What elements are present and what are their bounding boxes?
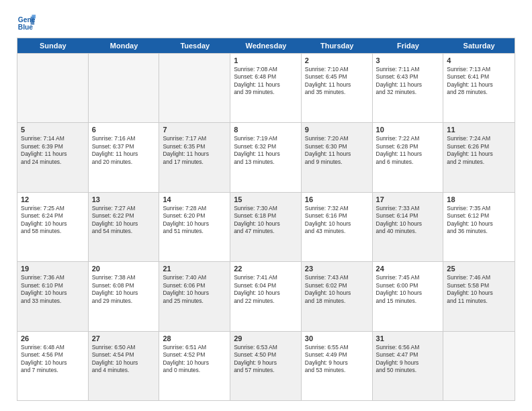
- day-number: 12: [21, 195, 85, 203]
- calendar-cell: 14Sunrise: 7:28 AM Sunset: 6:20 PM Dayli…: [159, 193, 230, 261]
- day-number: 14: [163, 195, 226, 203]
- svg-marker-3: [32, 15, 36, 19]
- calendar-cell: 5Sunrise: 7:14 AM Sunset: 6:39 PM Daylig…: [17, 123, 89, 191]
- calendar-cell: 25Sunrise: 7:46 AM Sunset: 5:58 PM Dayli…: [443, 262, 515, 330]
- calendar-cell: 17Sunrise: 7:33 AM Sunset: 6:14 PM Dayli…: [373, 193, 444, 261]
- page-header: General Blue: [17, 13, 515, 32]
- day-number: 20: [92, 265, 156, 273]
- cell-info: Sunrise: 7:08 AM Sunset: 6:48 PM Dayligh…: [234, 66, 298, 97]
- day-number: 13: [92, 195, 156, 203]
- cell-info: Sunrise: 7:36 AM Sunset: 6:10 PM Dayligh…: [21, 274, 85, 305]
- cell-info: Sunrise: 7:40 AM Sunset: 6:06 PM Dayligh…: [163, 274, 226, 305]
- day-number: 7: [163, 126, 226, 134]
- calendar-cell: 23Sunrise: 7:43 AM Sunset: 6:02 PM Dayli…: [302, 262, 373, 330]
- header-day-tuesday: Tuesday: [159, 38, 230, 53]
- calendar-cell: 29Sunrise: 6:53 AM Sunset: 4:50 PM Dayli…: [230, 332, 302, 400]
- header-day-wednesday: Wednesday: [230, 38, 302, 53]
- calendar-cell: 21Sunrise: 7:40 AM Sunset: 6:06 PM Dayli…: [159, 262, 230, 330]
- calendar-cell: [443, 332, 515, 400]
- day-number: 27: [92, 334, 156, 342]
- calendar-cell: [159, 54, 230, 122]
- svg-text:Blue: Blue: [18, 24, 34, 31]
- calendar-cell: 16Sunrise: 7:32 AM Sunset: 6:16 PM Dayli…: [302, 193, 373, 261]
- day-number: 15: [234, 195, 298, 203]
- cell-info: Sunrise: 7:33 AM Sunset: 6:14 PM Dayligh…: [376, 205, 440, 236]
- calendar-cell: 8Sunrise: 7:19 AM Sunset: 6:32 PM Daylig…: [230, 123, 302, 191]
- calendar-cell: 6Sunrise: 7:16 AM Sunset: 6:37 PM Daylig…: [89, 123, 160, 191]
- day-number: 30: [305, 334, 369, 342]
- cell-info: Sunrise: 7:20 AM Sunset: 6:30 PM Dayligh…: [305, 135, 369, 166]
- calendar-cell: 13Sunrise: 7:27 AM Sunset: 6:22 PM Dayli…: [89, 193, 160, 261]
- day-number: 2: [305, 56, 369, 64]
- day-number: 21: [163, 265, 226, 273]
- cell-info: Sunrise: 6:56 AM Sunset: 4:47 PM Dayligh…: [376, 344, 440, 375]
- cell-info: Sunrise: 7:28 AM Sunset: 6:20 PM Dayligh…: [163, 205, 226, 236]
- day-number: 4: [447, 56, 511, 64]
- cell-info: Sunrise: 7:11 AM Sunset: 6:43 PM Dayligh…: [376, 66, 440, 97]
- day-number: 22: [234, 265, 298, 273]
- day-number: 8: [234, 126, 298, 134]
- day-number: 24: [376, 265, 440, 273]
- calendar-row-3: 19Sunrise: 7:36 AM Sunset: 6:10 PM Dayli…: [17, 261, 515, 330]
- day-number: 5: [21, 126, 85, 134]
- calendar-cell: 24Sunrise: 7:45 AM Sunset: 6:00 PM Dayli…: [373, 262, 444, 330]
- cell-info: Sunrise: 7:24 AM Sunset: 6:26 PM Dayligh…: [447, 135, 511, 166]
- cell-info: Sunrise: 7:38 AM Sunset: 6:08 PM Dayligh…: [92, 274, 156, 305]
- calendar-body: 1Sunrise: 7:08 AM Sunset: 6:48 PM Daylig…: [17, 53, 515, 400]
- cell-info: Sunrise: 7:43 AM Sunset: 6:02 PM Dayligh…: [305, 274, 369, 305]
- calendar-cell: 11Sunrise: 7:24 AM Sunset: 6:26 PM Dayli…: [443, 123, 515, 191]
- calendar-row-4: 26Sunrise: 6:48 AM Sunset: 4:56 PM Dayli…: [17, 331, 515, 400]
- day-number: 26: [21, 334, 85, 342]
- calendar-cell: [89, 54, 160, 122]
- cell-info: Sunrise: 7:35 AM Sunset: 6:12 PM Dayligh…: [447, 205, 511, 236]
- header-day-thursday: Thursday: [302, 38, 373, 53]
- cell-info: Sunrise: 7:27 AM Sunset: 6:22 PM Dayligh…: [92, 205, 156, 236]
- calendar-cell: 28Sunrise: 6:51 AM Sunset: 4:52 PM Dayli…: [159, 332, 230, 400]
- calendar-cell: 19Sunrise: 7:36 AM Sunset: 6:10 PM Dayli…: [17, 262, 89, 330]
- logo: General Blue: [17, 13, 36, 32]
- day-number: 19: [21, 265, 85, 273]
- calendar-cell: 4Sunrise: 7:13 AM Sunset: 6:41 PM Daylig…: [443, 54, 515, 122]
- calendar-cell: 9Sunrise: 7:20 AM Sunset: 6:30 PM Daylig…: [302, 123, 373, 191]
- cell-info: Sunrise: 7:32 AM Sunset: 6:16 PM Dayligh…: [305, 205, 369, 236]
- day-number: 1: [234, 56, 298, 64]
- header-day-friday: Friday: [373, 38, 444, 53]
- day-number: 29: [234, 334, 298, 342]
- calendar: SundayMondayTuesdayWednesdayThursdayFrid…: [17, 38, 515, 401]
- cell-info: Sunrise: 7:13 AM Sunset: 6:41 PM Dayligh…: [447, 66, 511, 97]
- calendar-cell: 12Sunrise: 7:25 AM Sunset: 6:24 PM Dayli…: [17, 193, 89, 261]
- logo-icon: General Blue: [17, 13, 36, 32]
- calendar-cell: 2Sunrise: 7:10 AM Sunset: 6:45 PM Daylig…: [302, 54, 373, 122]
- cell-info: Sunrise: 6:50 AM Sunset: 4:54 PM Dayligh…: [92, 344, 156, 375]
- cell-info: Sunrise: 7:45 AM Sunset: 6:00 PM Dayligh…: [376, 274, 440, 305]
- calendar-row-0: 1Sunrise: 7:08 AM Sunset: 6:48 PM Daylig…: [17, 53, 515, 122]
- cell-info: Sunrise: 6:53 AM Sunset: 4:50 PM Dayligh…: [234, 344, 298, 375]
- day-number: 17: [376, 195, 440, 203]
- calendar-cell: 1Sunrise: 7:08 AM Sunset: 6:48 PM Daylig…: [230, 54, 302, 122]
- cell-info: Sunrise: 7:30 AM Sunset: 6:18 PM Dayligh…: [234, 205, 298, 236]
- calendar-cell: 30Sunrise: 6:55 AM Sunset: 4:49 PM Dayli…: [302, 332, 373, 400]
- day-number: 25: [447, 265, 511, 273]
- calendar-cell: 31Sunrise: 6:56 AM Sunset: 4:47 PM Dayli…: [373, 332, 444, 400]
- calendar-cell: 7Sunrise: 7:17 AM Sunset: 6:35 PM Daylig…: [159, 123, 230, 191]
- day-number: 3: [376, 56, 440, 64]
- calendar-cell: 20Sunrise: 7:38 AM Sunset: 6:08 PM Dayli…: [89, 262, 160, 330]
- calendar-cell: 10Sunrise: 7:22 AM Sunset: 6:28 PM Dayli…: [373, 123, 444, 191]
- calendar-row-2: 12Sunrise: 7:25 AM Sunset: 6:24 PM Dayli…: [17, 192, 515, 261]
- cell-info: Sunrise: 7:17 AM Sunset: 6:35 PM Dayligh…: [163, 135, 226, 166]
- calendar-header: SundayMondayTuesdayWednesdayThursdayFrid…: [17, 38, 515, 53]
- calendar-cell: 3Sunrise: 7:11 AM Sunset: 6:43 PM Daylig…: [373, 54, 444, 122]
- cell-info: Sunrise: 6:51 AM Sunset: 4:52 PM Dayligh…: [163, 344, 226, 375]
- day-number: 9: [305, 126, 369, 134]
- header-day-sunday: Sunday: [17, 38, 89, 53]
- cell-info: Sunrise: 6:48 AM Sunset: 4:56 PM Dayligh…: [21, 344, 85, 375]
- cell-info: Sunrise: 7:10 AM Sunset: 6:45 PM Dayligh…: [305, 66, 369, 97]
- cell-info: Sunrise: 7:22 AM Sunset: 6:28 PM Dayligh…: [376, 135, 440, 166]
- cell-info: Sunrise: 6:55 AM Sunset: 4:49 PM Dayligh…: [305, 344, 369, 375]
- calendar-cell: 22Sunrise: 7:41 AM Sunset: 6:04 PM Dayli…: [230, 262, 302, 330]
- cell-info: Sunrise: 7:16 AM Sunset: 6:37 PM Dayligh…: [92, 135, 156, 166]
- cell-info: Sunrise: 7:19 AM Sunset: 6:32 PM Dayligh…: [234, 135, 298, 166]
- calendar-cell: 27Sunrise: 6:50 AM Sunset: 4:54 PM Dayli…: [89, 332, 160, 400]
- cell-info: Sunrise: 7:46 AM Sunset: 5:58 PM Dayligh…: [447, 274, 511, 305]
- calendar-cell: 18Sunrise: 7:35 AM Sunset: 6:12 PM Dayli…: [443, 193, 515, 261]
